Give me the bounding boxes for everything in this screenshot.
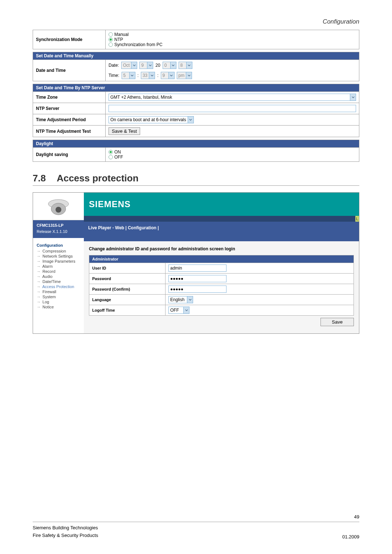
lang-val: English: [169, 297, 187, 302]
sync-pc-radio[interactable]: Synchronization from PC: [109, 42, 356, 47]
userid-label: User ID: [89, 263, 166, 274]
sidebar-item-log[interactable]: → Log: [37, 299, 80, 304]
dark-strip: L: [84, 216, 359, 222]
arrow-right-icon: →: [37, 295, 41, 299]
password-label: Password: [89, 274, 166, 284]
logoff-select[interactable]: OFF: [168, 307, 189, 314]
sidebar-item-network-settings[interactable]: → Network Settings: [37, 254, 80, 259]
page-header: Configuration: [33, 18, 359, 25]
colon: :: [138, 73, 139, 78]
colon: :: [157, 73, 158, 78]
sidebar-item-alarm[interactable]: → Alarm: [37, 264, 80, 269]
arrow-right-icon: →: [37, 305, 41, 309]
chevron-down-icon: [149, 72, 155, 79]
period-label: Time Adjustment Period: [33, 114, 106, 126]
chevron-down-icon: [183, 307, 189, 313]
arrow-right-icon: →: [37, 269, 41, 274]
radio-icon: [109, 42, 113, 47]
logout-indicator[interactable]: L: [355, 216, 359, 222]
sidebar-item-image-parameters[interactable]: → Image Parameters: [37, 259, 80, 264]
hh-val: 5: [122, 73, 129, 78]
password-confirm-label: Password (Confirm): [89, 284, 166, 295]
sync-ntp-radio[interactable]: NTP: [109, 37, 356, 42]
sync-mode-options: Manual NTP Synchronization from PC: [106, 30, 359, 49]
release-text: Release X.1.1.10: [37, 229, 80, 235]
day-select[interactable]: 9: [139, 62, 153, 69]
chevron-down-icon: [186, 72, 192, 79]
save-test-button[interactable]: Save & Test: [109, 127, 140, 135]
section-number: 7.8: [33, 173, 46, 184]
dst-on-radio[interactable]: ON: [109, 149, 356, 155]
section-heading: 7.8 Access protection: [33, 173, 359, 186]
logoff-time-label: Logoff Time: [89, 305, 166, 316]
sidebar-item-audio[interactable]: → Audio: [37, 274, 80, 279]
sidebar-item-compression[interactable]: → Compression: [37, 249, 80, 254]
language-label: Language: [89, 295, 166, 305]
password-input[interactable]: [168, 275, 226, 282]
minute-select[interactable]: 33: [141, 72, 155, 79]
arrow-right-icon: →: [37, 279, 41, 284]
arrow-right-icon: →: [37, 274, 41, 279]
tz-val: GMT +2 Athens, Istanbul, Minsk: [109, 95, 350, 100]
sync-manual-radio[interactable]: Manual: [109, 32, 356, 37]
sidebar-item-system[interactable]: → System: [37, 294, 80, 299]
arrow-right-icon: →: [37, 249, 41, 253]
dst-off-radio[interactable]: OFF: [109, 155, 356, 160]
hour-select[interactable]: 5: [122, 72, 135, 79]
year-b-select[interactable]: 8: [179, 62, 192, 69]
admin-hdr: Administrator: [89, 255, 354, 263]
chevron-down-icon: [168, 72, 174, 79]
radio-icon: [109, 155, 113, 159]
nav-title: Configuration: [37, 243, 80, 247]
radio-icon: [109, 32, 113, 37]
test-label: NTP Time Adjustment Test: [33, 126, 106, 137]
chevron-down-icon: [147, 62, 153, 69]
datetime-label: Date and Time: [33, 60, 106, 81]
arrow-right-icon: →: [37, 264, 41, 268]
timezone-select[interactable]: GMT +2 Athens, Istanbul, Minsk: [109, 94, 356, 101]
ntp-server-input[interactable]: [109, 105, 356, 112]
chevron-down-icon: [131, 62, 137, 69]
arrow-right-icon: →: [37, 284, 41, 289]
sidebar-item-firewall[interactable]: → Firewall: [37, 289, 80, 294]
footer-line2: Fire Safety & Security Products: [33, 532, 98, 539]
manual-hdr: Set Date and Time Manually: [33, 52, 359, 60]
password-confirm-input[interactable]: [168, 286, 226, 293]
period-select[interactable]: On camera boot and at 6-hour intervals: [109, 116, 194, 123]
save-button[interactable]: Save: [320, 318, 354, 326]
ya-val: 0: [163, 63, 170, 68]
sync-manual-label: Manual: [114, 32, 128, 37]
radio-icon: [109, 150, 113, 154]
time-label: Time:: [109, 73, 119, 78]
page-footer: 49 Siemens Building Technologies Fire Sa…: [33, 522, 359, 539]
century-label: 20: [155, 63, 160, 68]
tz-label: Time Zone: [33, 92, 106, 103]
ntp-hdr: Set Date and Time By NTP Server: [33, 84, 359, 92]
chevron-down-icon: [170, 62, 176, 69]
month-val: Oct: [122, 63, 131, 68]
userid-input[interactable]: [168, 264, 226, 272]
brand-bar: SIEMENS: [84, 193, 359, 216]
page-description: Change administrator ID and password for…: [89, 246, 354, 251]
app-screenshot: CFMC1315-LP Release X.1.1.10 Configurati…: [33, 192, 359, 334]
chevron-down-icon: [186, 62, 192, 69]
mm-val: 33: [141, 73, 149, 78]
sidebar-item-access-protection[interactable]: → Access Protection: [37, 284, 80, 289]
year-a-select[interactable]: 0: [163, 62, 176, 69]
chevron-down-icon: [129, 72, 135, 79]
ss-val: 9: [161, 73, 168, 78]
sidebar-item-record[interactable]: → Record: [37, 269, 80, 274]
footer-line1: Siemens Building Technologies: [33, 524, 98, 532]
sidebar-item-notice[interactable]: → Notice: [37, 304, 80, 309]
section-title: Access protection: [57, 173, 138, 184]
ampm-select[interactable]: pm: [177, 72, 192, 79]
sidebar-item-date-time[interactable]: → Date/Time: [37, 279, 80, 284]
second-select[interactable]: 9: [161, 72, 175, 79]
chevron-down-icon: [350, 94, 356, 100]
datetime-controls: Date: Oct 9 20 0 8 Time: 5 : 33 : 9 pm: [106, 60, 359, 81]
footer-date: 01.2009: [342, 534, 359, 539]
ampm-val: pm: [177, 73, 186, 78]
date-label: Date:: [109, 63, 119, 68]
language-select[interactable]: English: [168, 296, 193, 303]
month-select[interactable]: Oct: [121, 62, 138, 69]
